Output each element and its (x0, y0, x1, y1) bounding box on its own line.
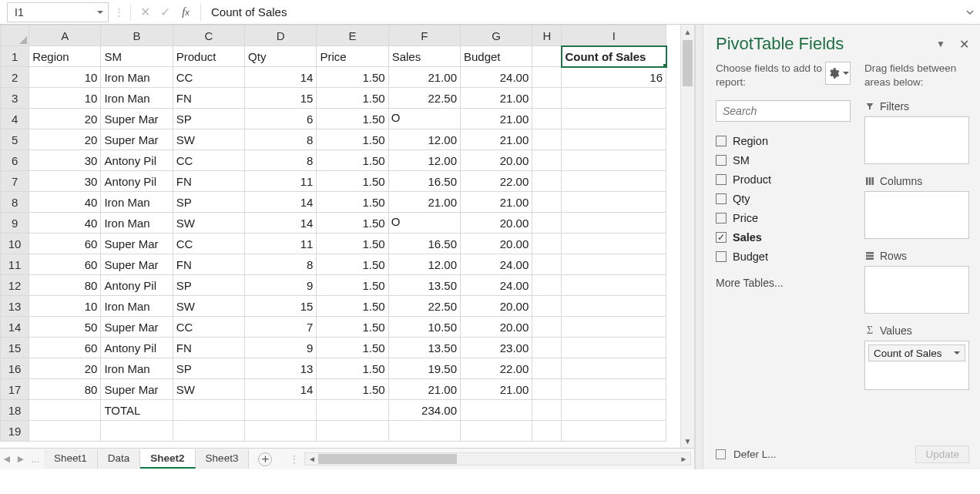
cell-I18[interactable] (562, 400, 666, 421)
cell-G2[interactable]: 24.00 (461, 67, 532, 88)
cell-C13[interactable]: SW (173, 296, 244, 317)
cell-G19[interactable] (461, 421, 532, 442)
checkbox-icon[interactable] (716, 251, 727, 262)
cell-E15[interactable]: 1.50 (317, 338, 388, 358)
cell-E13[interactable]: 1.50 (317, 296, 388, 317)
cell-F11[interactable]: 12.00 (388, 254, 460, 275)
cell-C5[interactable]: SW (173, 129, 244, 150)
cell-D9[interactable]: 14 (245, 213, 317, 234)
cell-E5[interactable]: 1.50 (317, 129, 388, 150)
field-budget[interactable]: Budget (716, 247, 851, 266)
cell-G6[interactable]: 20.00 (461, 150, 532, 171)
defer-layout-checkbox[interactable] (716, 449, 726, 459)
cell-G1[interactable]: Budget (461, 46, 532, 67)
field-search[interactable] (716, 100, 851, 122)
cell-C3[interactable]: FN (173, 88, 244, 109)
vertical-scrollbar[interactable]: ▲ ▼ (680, 25, 694, 448)
cell-H9[interactable] (532, 213, 562, 234)
cell-H12[interactable] (532, 275, 562, 296)
cell-F17[interactable]: 21.00 (388, 379, 460, 400)
columns-dropzone[interactable] (864, 191, 969, 239)
cell-F9[interactable]: O (388, 213, 460, 234)
cell-F19[interactable] (388, 421, 460, 442)
tabs-overflow-dots[interactable]: … (28, 454, 44, 465)
cell-H18[interactable] (532, 400, 562, 421)
cell-E14[interactable]: 1.50 (317, 317, 388, 338)
cell-C18[interactable] (173, 400, 244, 421)
cell-D17[interactable]: 14 (245, 379, 317, 400)
cell-I9[interactable] (562, 213, 666, 234)
cell-H1[interactable] (532, 46, 562, 67)
cell-F6[interactable]: 12.00 (388, 150, 460, 171)
cell-B8[interactable]: Iron Man (101, 192, 173, 213)
cell-F14[interactable]: 10.50 (388, 317, 460, 338)
cell-H19[interactable] (532, 421, 562, 442)
cell-B4[interactable]: Super Mar (101, 109, 173, 129)
checkbox-icon[interactable] (716, 174, 727, 185)
horizontal-scrollbar[interactable]: ◄ ► (304, 452, 691, 465)
cell-E9[interactable]: 1.50 (317, 213, 388, 234)
cell-F3[interactable]: 22.50 (388, 88, 460, 109)
cell-B15[interactable]: Antony Pil (101, 338, 173, 358)
cell-G5[interactable]: 21.00 (461, 129, 532, 150)
cell-E10[interactable]: 1.50 (317, 234, 388, 254)
column-header-A[interactable]: A (29, 25, 101, 46)
cell-H6[interactable] (532, 150, 562, 171)
scrollbar-thumb[interactable] (318, 454, 457, 464)
row-header-7[interactable]: 7 (1, 171, 29, 192)
cell-C7[interactable]: FN (173, 171, 244, 192)
row-header-5[interactable]: 5 (1, 129, 29, 150)
cell-F16[interactable]: 19.50 (388, 358, 460, 379)
cell-D11[interactable]: 8 (245, 254, 317, 275)
tab-sheet1[interactable]: Sheet1 (44, 449, 98, 469)
cell-H13[interactable] (532, 296, 562, 317)
cell-A18[interactable] (29, 400, 101, 421)
cell-B10[interactable]: Super Mar (101, 234, 173, 254)
name-box[interactable]: I1 (7, 2, 109, 22)
cell-A5[interactable]: 20 (29, 129, 101, 150)
cell-I11[interactable] (562, 254, 666, 275)
cell-I19[interactable] (562, 421, 666, 442)
column-header-C[interactable]: C (173, 25, 244, 46)
cell-I2[interactable]: 16 (562, 67, 666, 88)
update-button[interactable]: Update (915, 445, 969, 463)
cell-I5[interactable] (562, 129, 666, 150)
cell-B19[interactable] (101, 421, 173, 442)
row-header-19[interactable]: 19 (1, 421, 29, 442)
cell-B7[interactable]: Antony Pil (101, 171, 173, 192)
row-header-13[interactable]: 13 (1, 296, 29, 317)
enter-formula-button[interactable]: ✓ (155, 5, 175, 19)
column-header-B[interactable]: B (101, 25, 173, 46)
cell-E11[interactable]: 1.50 (317, 254, 388, 275)
scroll-right-icon[interactable]: ► (677, 455, 690, 463)
row-header-6[interactable]: 6 (1, 150, 29, 171)
row-header-3[interactable]: 3 (1, 88, 29, 109)
cell-G10[interactable]: 20.00 (461, 234, 532, 254)
cell-A9[interactable]: 40 (29, 213, 101, 234)
row-header-10[interactable]: 10 (1, 234, 29, 254)
cell-C4[interactable]: SP (173, 109, 244, 129)
cell-B1[interactable]: SM (101, 46, 173, 67)
row-header-4[interactable]: 4 (1, 109, 29, 129)
pane-options-dropdown[interactable]: ▼ (936, 39, 945, 49)
add-sheet-button[interactable]: + (258, 452, 272, 466)
cell-H17[interactable] (532, 379, 562, 400)
cell-G8[interactable]: 21.00 (461, 192, 532, 213)
cell-A2[interactable]: 10 (29, 67, 101, 88)
row-header-17[interactable]: 17 (1, 379, 29, 400)
cell-E2[interactable]: 1.50 (317, 67, 388, 88)
cell-D16[interactable]: 13 (245, 358, 317, 379)
cell-G15[interactable]: 23.00 (461, 338, 532, 358)
cell-I4[interactable] (562, 109, 666, 129)
cell-B5[interactable]: Super Mar (101, 129, 173, 150)
cell-C1[interactable]: Product (173, 46, 244, 67)
cell-F10[interactable]: 16.50 (388, 234, 460, 254)
cell-B9[interactable]: Iron Man (101, 213, 173, 234)
tab-sheet3[interactable]: Sheet3 (196, 449, 250, 469)
cell-C12[interactable]: SP (173, 275, 244, 296)
cell-F4[interactable]: O (388, 109, 460, 129)
cell-E1[interactable]: Price (317, 46, 388, 67)
cell-D1[interactable]: Qty (245, 46, 317, 67)
cells-grid[interactable]: ABCDEFGHI1RegionSMProductQtyPriceSalesBu… (0, 25, 666, 442)
row-header-1[interactable]: 1 (1, 46, 29, 67)
